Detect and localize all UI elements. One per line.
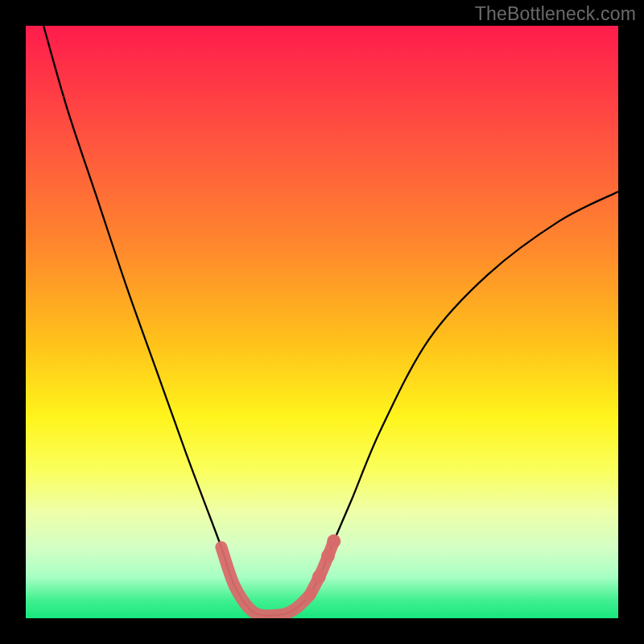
watermark-text: TheBottleneck.com — [475, 3, 636, 25]
curve-svg — [26, 26, 618, 618]
highlight-segment-right — [310, 541, 333, 594]
chart-frame: TheBottleneck.com — [0, 0, 644, 644]
highlight-dots-dot — [321, 549, 335, 563]
highlight-dots-dot — [327, 535, 341, 548]
plot-area — [26, 26, 618, 618]
main-curve — [43, 26, 618, 616]
highlight-segment-left — [221, 547, 310, 616]
highlight-dots-dot — [312, 570, 326, 584]
